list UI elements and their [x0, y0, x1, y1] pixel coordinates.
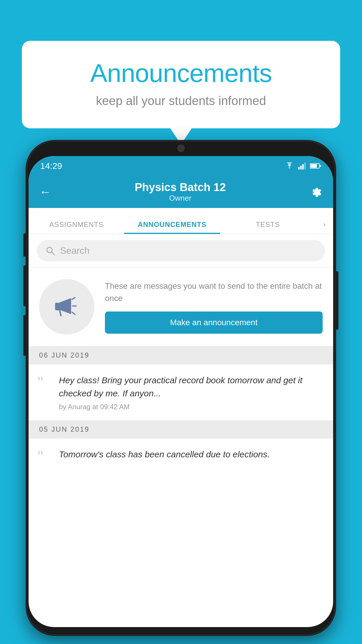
phone-notch — [152, 140, 210, 156]
announcement-empty-state: These are messages you want to send to t… — [29, 267, 333, 346]
search-placeholder: Search — [60, 245, 89, 256]
settings-icon[interactable] — [309, 185, 323, 199]
svg-rect-0 — [298, 167, 300, 169]
announcement-text-1: Hey class! Bring your practical record b… — [59, 374, 323, 400]
header-subtitle: Owner — [135, 194, 226, 203]
signal-icon — [298, 162, 306, 169]
tab-assignments[interactable]: ASSIGNMENTS — [29, 220, 124, 234]
announcement-item-2: " Tomorrow's class has been cancelled du… — [29, 438, 333, 470]
search-bar[interactable]: Search — [37, 240, 325, 261]
phone-body: 14:29 — [26, 140, 336, 636]
speech-bubble-subtitle: keep all your students informed — [45, 94, 317, 108]
tab-tests[interactable]: TESTS — [220, 220, 316, 234]
status-icons — [284, 162, 321, 170]
status-time: 14:29 — [40, 161, 62, 171]
announcement-content-2: Tomorrow's class has been cancelled due … — [59, 448, 323, 464]
svg-line-12 — [72, 312, 75, 314]
announcement-right: These are messages you want to send to t… — [105, 280, 323, 334]
tabs-bar: ASSIGNMENTS ANNOUNCEMENTS TESTS › — [29, 208, 333, 234]
speech-bubble-container: Announcements keep all your students inf… — [22, 41, 340, 128]
tab-more[interactable]: › — [316, 220, 333, 234]
svg-rect-3 — [304, 162, 306, 169]
header-title: Physics Batch 12 — [135, 181, 226, 194]
search-container: Search — [29, 234, 333, 267]
svg-rect-6 — [320, 165, 321, 167]
announcement-meta-1: by Anurag at 09:42 AM — [59, 403, 323, 411]
svg-line-10 — [72, 298, 75, 300]
svg-line-8 — [52, 252, 55, 255]
content-area: Search — [29, 234, 333, 470]
wifi-icon — [284, 162, 295, 170]
speech-bubble: Announcements keep all your students inf… — [22, 41, 340, 128]
phone-screen: 14:29 — [29, 156, 333, 627]
date-separator-2: 05 JUN 2019 — [29, 421, 333, 438]
quote-icon-2: " — [37, 449, 52, 464]
quote-icon-1: " — [37, 375, 52, 390]
announcement-text-2: Tomorrow's class has been cancelled due … — [59, 448, 323, 461]
date-separator-1: 06 JUN 2019 — [29, 346, 333, 364]
tab-announcements[interactable]: ANNOUNCEMENTS — [124, 220, 220, 234]
make-announcement-button[interactable]: Make an announcement — [105, 312, 323, 334]
svg-rect-5 — [310, 164, 317, 168]
svg-rect-2 — [302, 164, 304, 169]
app-header: ← Physics Batch 12 Owner — [29, 176, 333, 208]
status-bar: 14:29 — [29, 156, 333, 176]
battery-icon — [310, 163, 321, 169]
svg-rect-1 — [300, 166, 302, 169]
header-center: Physics Batch 12 Owner — [135, 181, 226, 203]
speech-bubble-title: Announcements — [45, 58, 317, 88]
phone-container: 14:29 — [26, 140, 336, 636]
announcement-icon-circle — [39, 279, 94, 335]
back-button[interactable]: ← — [39, 185, 51, 199]
announcement-description: These are messages you want to send to t… — [105, 280, 323, 304]
announcement-content-1: Hey class! Bring your practical record b… — [59, 374, 323, 411]
front-camera — [178, 145, 184, 152]
announcement-item-1: " Hey class! Bring your practical record… — [29, 364, 333, 421]
megaphone-icon — [52, 292, 81, 321]
search-icon — [45, 246, 55, 256]
